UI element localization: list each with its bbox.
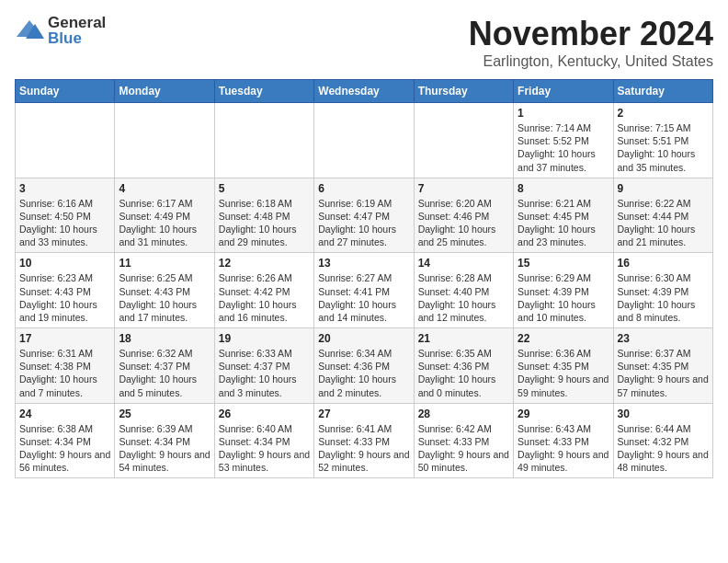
calendar-day-cell: 13Sunrise: 6:27 AM Sunset: 4:41 PM Dayli…	[314, 253, 414, 328]
day-info: Sunrise: 6:23 AM Sunset: 4:43 PM Dayligh…	[19, 271, 110, 324]
calendar-day-cell	[314, 103, 414, 178]
day-info: Sunrise: 6:18 AM Sunset: 4:48 PM Dayligh…	[219, 197, 310, 249]
day-number: 17	[19, 332, 110, 345]
calendar-week-row: 24Sunrise: 6:38 AM Sunset: 4:34 PM Dayli…	[16, 403, 713, 478]
calendar-day-cell: 24Sunrise: 6:38 AM Sunset: 4:34 PM Dayli…	[16, 403, 115, 478]
day-info: Sunrise: 6:42 AM Sunset: 4:33 PM Dayligh…	[418, 422, 509, 475]
calendar-day-cell: 15Sunrise: 6:29 AM Sunset: 4:39 PM Dayli…	[514, 253, 613, 328]
calendar-day-cell: 2Sunrise: 7:15 AM Sunset: 5:51 PM Daylig…	[613, 103, 712, 178]
day-info: Sunrise: 6:20 AM Sunset: 4:46 PM Dayligh…	[418, 197, 509, 249]
day-info: Sunrise: 6:28 AM Sunset: 4:40 PM Dayligh…	[418, 271, 509, 324]
weekday-header: Sunday	[16, 80, 115, 103]
day-number: 12	[219, 257, 310, 270]
weekday-header: Tuesday	[214, 80, 313, 103]
day-number: 20	[318, 332, 409, 345]
calendar-day-cell: 12Sunrise: 6:26 AM Sunset: 4:42 PM Dayli…	[214, 253, 313, 328]
day-number: 23	[618, 332, 709, 345]
day-info: Sunrise: 6:32 AM Sunset: 4:37 PM Dayligh…	[119, 347, 210, 399]
day-number: 26	[219, 408, 310, 420]
weekday-header: Saturday	[613, 80, 712, 103]
logo: General Blue	[15, 15, 106, 46]
logo-blue-text: Blue	[48, 30, 106, 46]
calendar-day-cell: 23Sunrise: 6:37 AM Sunset: 4:35 PM Dayli…	[613, 328, 712, 404]
day-number: 2	[618, 107, 709, 120]
calendar-week-row: 3Sunrise: 6:16 AM Sunset: 4:50 PM Daylig…	[16, 178, 713, 253]
calendar-day-cell: 4Sunrise: 6:17 AM Sunset: 4:49 PM Daylig…	[115, 178, 214, 253]
day-number: 29	[518, 408, 609, 420]
calendar-day-cell: 22Sunrise: 6:36 AM Sunset: 4:35 PM Dayli…	[514, 328, 613, 404]
day-info: Sunrise: 6:34 AM Sunset: 4:36 PM Dayligh…	[318, 347, 409, 399]
calendar-day-cell: 1Sunrise: 7:14 AM Sunset: 5:52 PM Daylig…	[514, 103, 613, 178]
day-info: Sunrise: 6:19 AM Sunset: 4:47 PM Dayligh…	[318, 197, 409, 249]
day-info: Sunrise: 6:38 AM Sunset: 4:34 PM Dayligh…	[19, 422, 110, 475]
calendar-day-cell: 3Sunrise: 6:16 AM Sunset: 4:50 PM Daylig…	[16, 178, 115, 253]
calendar-header: SundayMondayTuesdayWednesdayThursdayFrid…	[16, 80, 713, 103]
header: General Blue November 2024 Earlington, K…	[15, 15, 713, 70]
logo-icon	[15, 18, 44, 42]
day-info: Sunrise: 6:36 AM Sunset: 4:35 PM Dayligh…	[518, 347, 609, 399]
weekday-header: Friday	[514, 80, 613, 103]
day-number: 10	[19, 257, 110, 270]
day-number: 1	[518, 107, 609, 120]
day-number: 28	[418, 408, 509, 420]
day-info: Sunrise: 6:33 AM Sunset: 4:37 PM Dayligh…	[219, 347, 310, 399]
calendar-day-cell: 25Sunrise: 6:39 AM Sunset: 4:34 PM Dayli…	[115, 403, 214, 478]
day-number: 5	[219, 182, 310, 195]
day-number: 15	[518, 257, 609, 270]
calendar-day-cell	[115, 103, 214, 178]
day-number: 21	[418, 332, 509, 345]
day-number: 13	[318, 257, 409, 270]
day-number: 9	[618, 182, 709, 195]
calendar-day-cell	[414, 103, 513, 178]
calendar-day-cell: 18Sunrise: 6:32 AM Sunset: 4:37 PM Dayli…	[115, 328, 214, 404]
day-number: 3	[19, 182, 110, 195]
day-info: Sunrise: 6:17 AM Sunset: 4:49 PM Dayligh…	[119, 197, 210, 249]
day-number: 7	[418, 182, 509, 195]
day-info: Sunrise: 6:26 AM Sunset: 4:42 PM Dayligh…	[219, 271, 310, 324]
calendar-day-cell: 30Sunrise: 6:44 AM Sunset: 4:32 PM Dayli…	[613, 403, 712, 478]
calendar-day-cell: 19Sunrise: 6:33 AM Sunset: 4:37 PM Dayli…	[214, 328, 313, 404]
day-number: 11	[119, 257, 210, 270]
month-title: November 2024	[469, 15, 713, 53]
logo-general-text: General	[48, 15, 106, 30]
calendar-day-cell: 27Sunrise: 6:41 AM Sunset: 4:33 PM Dayli…	[314, 403, 414, 478]
location-title: Earlington, Kentucky, United States	[469, 53, 713, 70]
weekday-header: Thursday	[414, 80, 513, 103]
day-number: 24	[19, 408, 110, 420]
day-info: Sunrise: 6:29 AM Sunset: 4:39 PM Dayligh…	[518, 271, 609, 324]
calendar-day-cell: 6Sunrise: 6:19 AM Sunset: 4:47 PM Daylig…	[314, 178, 414, 253]
weekday-header: Wednesday	[314, 80, 414, 103]
calendar-table: SundayMondayTuesdayWednesdayThursdayFrid…	[15, 79, 713, 478]
calendar-week-row: 10Sunrise: 6:23 AM Sunset: 4:43 PM Dayli…	[16, 253, 713, 328]
day-info: Sunrise: 6:30 AM Sunset: 4:39 PM Dayligh…	[618, 271, 709, 324]
calendar-day-cell: 10Sunrise: 6:23 AM Sunset: 4:43 PM Dayli…	[16, 253, 115, 328]
calendar-day-cell: 20Sunrise: 6:34 AM Sunset: 4:36 PM Dayli…	[314, 328, 414, 404]
calendar-day-cell: 14Sunrise: 6:28 AM Sunset: 4:40 PM Dayli…	[414, 253, 513, 328]
day-info: Sunrise: 6:44 AM Sunset: 4:32 PM Dayligh…	[618, 422, 709, 475]
day-info: Sunrise: 6:22 AM Sunset: 4:44 PM Dayligh…	[618, 197, 709, 249]
day-number: 4	[119, 182, 210, 195]
weekday-header: Monday	[115, 80, 214, 103]
day-info: Sunrise: 6:43 AM Sunset: 4:33 PM Dayligh…	[518, 422, 609, 475]
calendar-day-cell: 11Sunrise: 6:25 AM Sunset: 4:43 PM Dayli…	[115, 253, 214, 328]
day-number: 25	[119, 408, 210, 420]
calendar-day-cell: 29Sunrise: 6:43 AM Sunset: 4:33 PM Dayli…	[514, 403, 613, 478]
day-number: 8	[518, 182, 609, 195]
day-info: Sunrise: 6:25 AM Sunset: 4:43 PM Dayligh…	[119, 271, 210, 324]
day-number: 19	[219, 332, 310, 345]
calendar-day-cell: 17Sunrise: 6:31 AM Sunset: 4:38 PM Dayli…	[16, 328, 115, 404]
calendar-day-cell	[16, 103, 115, 178]
calendar-week-row: 1Sunrise: 7:14 AM Sunset: 5:52 PM Daylig…	[16, 103, 713, 178]
calendar-day-cell: 28Sunrise: 6:42 AM Sunset: 4:33 PM Dayli…	[414, 403, 513, 478]
day-number: 22	[518, 332, 609, 345]
day-number: 16	[618, 257, 709, 270]
calendar-day-cell: 16Sunrise: 6:30 AM Sunset: 4:39 PM Dayli…	[613, 253, 712, 328]
day-number: 18	[119, 332, 210, 345]
day-info: Sunrise: 6:27 AM Sunset: 4:41 PM Dayligh…	[318, 271, 409, 324]
day-info: Sunrise: 6:41 AM Sunset: 4:33 PM Dayligh…	[318, 422, 409, 475]
day-number: 6	[318, 182, 409, 195]
calendar-day-cell	[214, 103, 313, 178]
day-number: 14	[418, 257, 509, 270]
calendar-day-cell: 7Sunrise: 6:20 AM Sunset: 4:46 PM Daylig…	[414, 178, 513, 253]
day-info: Sunrise: 6:37 AM Sunset: 4:35 PM Dayligh…	[618, 347, 709, 399]
